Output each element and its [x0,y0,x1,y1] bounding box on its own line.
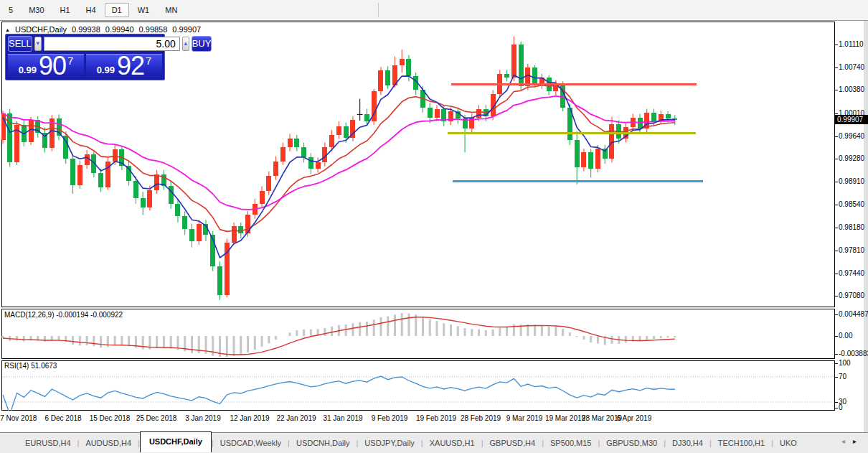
ohlc-close: 0.99907 [172,25,201,34]
chart-tab-audusd-h4[interactable]: AUDUSD,H4 [79,434,138,452]
timeframe-button-mn[interactable]: MN [158,3,184,17]
sell-button[interactable]: SELL [8,36,32,52]
rsi-axis-tick: 100 [839,359,851,368]
price-axis-tick: 1.00380 [839,85,864,94]
buy-price-big: 92 [117,54,144,78]
chart-tab-gbpusd-m30[interactable]: GBPUSD,M30 [600,434,664,452]
one-click-trading-panel: SELL ▼ ▲ BUY 0.99 90 7 0.99 92 7 [5,34,165,80]
date-axis-tick: 9 Feb 2019 [372,414,408,422]
price-axis-tick: 0.97810 [839,246,864,255]
date-axis-tick: 28 Mar 2019 [582,414,622,422]
chart-tab-tech100-h1[interactable]: TECH100,H1 [712,434,771,452]
macd-indicator-label: MACD(12,26,9) -0.000194 -0.000922 [4,311,123,319]
chart-tab-dj30-h4[interactable]: DJ30,H4 [666,434,709,452]
price-axis-tick: 0.98180 [839,223,864,232]
timeframe-button-h4[interactable]: H4 [79,3,103,17]
buy-price-button[interactable]: 0.99 92 7 [86,54,162,78]
buy-price-prefix: 0.99 [97,65,115,75]
macd-axis-tick: 0.00 [839,332,852,340]
date-axis-tick: 22 Jan 2019 [276,414,316,422]
date-axis-tick: 31 Jan 2019 [323,414,362,422]
volume-input[interactable] [44,37,180,51]
chart-title: ▲ USDCHF,Daily 0.99938 0.99940 0.99858 0… [5,25,201,34]
chart-tab-sp500-m15[interactable]: SP500,M15 [544,434,598,452]
buy-button[interactable]: BUY [192,36,212,52]
price-axis-tick: 0.97080 [839,291,864,300]
date-axis-tick: 3 Jan 2019 [185,414,221,422]
chart-tab-gbpusd-h4[interactable]: GBPUSD,H4 [483,434,542,452]
timeframe-button-m30[interactable]: M30 [22,3,51,17]
rsi-axis-tick: 0 [839,403,843,412]
price-axis-tick: 0.97440 [839,269,864,278]
date-axis-tick: 19 Feb 2019 [416,414,456,422]
symbol-label: USDCHF,Daily [15,25,67,34]
volume-increase-button[interactable]: ▲ [182,37,189,51]
price-axis-tick: 1.01110 [839,40,864,49]
date-axis-tick: 6 Dec 2018 [44,414,81,422]
date-axis-tick: 15 Dec 2018 [90,414,131,422]
timeframe-button-5[interactable]: 5 [1,3,20,17]
sell-price-pip: 7 [67,55,73,67]
mt4-window: 5M30H1H4D1W1MN ▲ USDCHF,Daily 0.99938 0.… [0,0,868,453]
price-axis-tick: 0.99640 [839,132,864,141]
sell-price-big: 90 [39,54,66,78]
chart-tab-usdjpy-daily[interactable]: USDJPY,Daily [358,434,421,452]
price-axis-tick: 1.00740 [839,63,864,72]
rsi-indicator-label: RSI(14) 51.0673 [4,362,57,370]
chart-tab-usdcad-weekly[interactable]: USDCAD,Weekly [214,434,288,452]
chart-tab-eurusd-h4[interactable]: EURUSD,H4 [19,434,77,452]
timeframe-button-h1[interactable]: H1 [53,3,77,17]
date-axis-tick: 25 Dec 2018 [136,414,177,422]
toolbar-divider [378,3,379,17]
macd-axis-tick: 0.004487 [839,310,868,319]
tab-scroll-left-icon[interactable]: ◂ [841,437,845,445]
ohlc-high: 0.99940 [105,25,134,34]
volume-decrease-button[interactable]: ▼ [34,37,42,51]
date-axis-tick: 28 Feb 2019 [461,414,501,422]
buy-price-pip: 7 [146,55,151,67]
rsi-panel-canvas[interactable] [1,360,835,411]
timeframe-toolbar: 5M30H1H4D1W1MN [0,0,868,21]
price-axis-tick: 1.00010 [839,109,864,118]
ohlc-low: 0.99858 [139,25,168,34]
macd-panel-canvas[interactable] [1,309,835,359]
chart-tab-uko[interactable]: UKO [773,434,803,452]
date-axis-tick: 12 Jan 2019 [230,414,269,422]
tab-scroll-right-icon[interactable]: ▸ [853,437,857,445]
date-axis-tick: 9 Mar 2019 [506,414,543,422]
date-axis-tick: 19 Mar 2019 [545,414,585,422]
ohlc-open: 0.99938 [72,25,100,34]
timeframe-button-w1[interactable]: W1 [131,3,157,17]
date-axis-tick: 27 Nov 2018 [0,414,37,422]
tab-scroll-arrows: ◂ ▸ [841,437,857,445]
macd-axis-tick: -0.003883 [839,350,868,358]
collapse-triangle-icon: ▲ [5,27,10,32]
chart-tab-xauusd-h1[interactable]: XAUUSD,H1 [423,434,481,452]
rsi-axis-tick: 70 [839,373,846,381]
price-axis-tick: 0.98910 [839,177,864,186]
price-axis-tick: 0.99280 [839,154,864,163]
chart-tab-usdcnh-daily[interactable]: USDCNH,Daily [290,434,357,452]
chart-tab-bar: EURUSD,H4|AUDUSD,H4|USDCHF,Daily|USDCAD,… [0,432,868,453]
date-axis-tick: 6 Apr 2019 [617,414,651,422]
sell-price-prefix: 0.99 [19,65,37,75]
sell-price-button[interactable]: 0.99 90 7 [8,54,84,78]
timeframe-button-d1[interactable]: D1 [105,3,129,17]
chart-tab-usdchf-daily[interactable]: USDCHF,Daily [140,431,212,452]
chevron-up-icon: ▲ [183,40,189,47]
price-axis-tick: 0.98540 [839,200,864,209]
chevron-down-icon: ▼ [35,40,41,47]
